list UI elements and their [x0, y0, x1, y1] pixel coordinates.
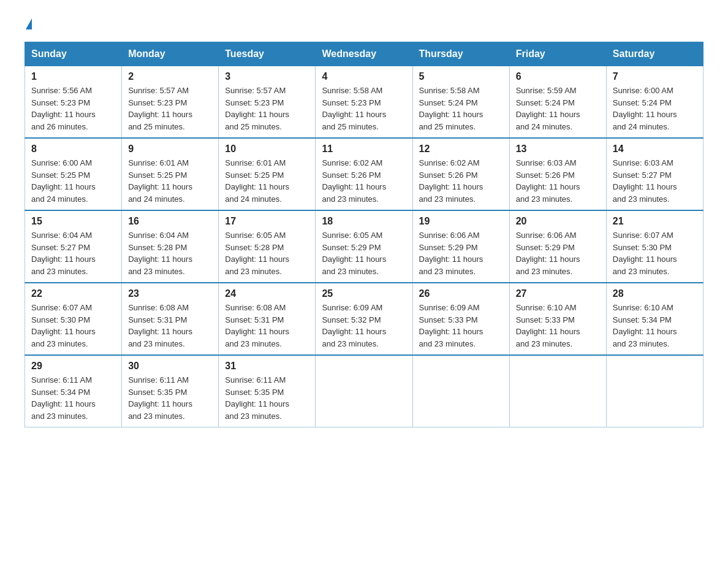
day-number: 27 — [516, 288, 600, 299]
calendar-week-row: 8Sunrise: 6:00 AMSunset: 5:25 PMDaylight… — [25, 138, 703, 210]
header-thursday: Thursday — [412, 42, 509, 66]
day-number: 14 — [613, 144, 697, 155]
day-number: 24 — [225, 288, 309, 299]
calendar-header-row: SundayMondayTuesdayWednesdayThursdayFrid… — [25, 42, 703, 66]
logo — [25, 18, 32, 29]
calendar-cell: 15Sunrise: 6:04 AMSunset: 5:27 PMDayligh… — [25, 210, 122, 283]
calendar-cell: 30Sunrise: 6:11 AMSunset: 5:35 PMDayligh… — [122, 355, 219, 427]
day-number: 19 — [419, 216, 503, 227]
calendar-cell — [606, 355, 703, 427]
day-info: Sunrise: 6:02 AMSunset: 5:26 PMDaylight:… — [419, 157, 503, 205]
day-number: 6 — [516, 71, 600, 82]
day-info: Sunrise: 6:05 AMSunset: 5:28 PMDaylight:… — [225, 229, 309, 277]
header-friday: Friday — [509, 42, 606, 66]
day-info: Sunrise: 6:10 AMSunset: 5:33 PMDaylight:… — [516, 302, 600, 350]
header-tuesday: Tuesday — [219, 42, 316, 66]
day-number: 23 — [128, 288, 212, 299]
calendar-cell: 20Sunrise: 6:06 AMSunset: 5:29 PMDayligh… — [509, 210, 606, 283]
day-info: Sunrise: 6:09 AMSunset: 5:32 PMDaylight:… — [322, 302, 406, 350]
day-number: 15 — [31, 216, 115, 227]
header-saturday: Saturday — [606, 42, 703, 66]
day-number: 2 — [128, 71, 212, 82]
page-header — [25, 18, 703, 29]
day-number: 5 — [419, 71, 503, 82]
day-info: Sunrise: 6:05 AMSunset: 5:29 PMDaylight:… — [322, 229, 406, 277]
day-number: 25 — [322, 288, 406, 299]
day-number: 30 — [128, 361, 212, 372]
calendar-cell: 22Sunrise: 6:07 AMSunset: 5:30 PMDayligh… — [25, 283, 122, 355]
day-info: Sunrise: 6:04 AMSunset: 5:28 PMDaylight:… — [128, 229, 212, 277]
calendar-cell: 11Sunrise: 6:02 AMSunset: 5:26 PMDayligh… — [316, 138, 412, 210]
day-number: 9 — [128, 144, 212, 155]
calendar-cell: 4Sunrise: 5:58 AMSunset: 5:23 PMDaylight… — [316, 66, 412, 139]
calendar-cell: 2Sunrise: 5:57 AMSunset: 5:23 PMDaylight… — [122, 66, 219, 139]
calendar-cell: 17Sunrise: 6:05 AMSunset: 5:28 PMDayligh… — [219, 210, 316, 283]
calendar-cell: 3Sunrise: 5:57 AMSunset: 5:23 PMDaylight… — [219, 66, 316, 139]
calendar-cell: 27Sunrise: 6:10 AMSunset: 5:33 PMDayligh… — [509, 283, 606, 355]
day-info: Sunrise: 6:01 AMSunset: 5:25 PMDaylight:… — [128, 157, 212, 205]
calendar-cell: 8Sunrise: 6:00 AMSunset: 5:25 PMDaylight… — [25, 138, 122, 210]
calendar-cell: 9Sunrise: 6:01 AMSunset: 5:25 PMDaylight… — [122, 138, 219, 210]
calendar-cell: 7Sunrise: 6:00 AMSunset: 5:24 PMDaylight… — [606, 66, 703, 139]
calendar-cell: 26Sunrise: 6:09 AMSunset: 5:33 PMDayligh… — [412, 283, 509, 355]
header-monday: Monday — [122, 42, 219, 66]
calendar-cell: 25Sunrise: 6:09 AMSunset: 5:32 PMDayligh… — [316, 283, 412, 355]
day-info: Sunrise: 6:08 AMSunset: 5:31 PMDaylight:… — [128, 302, 212, 350]
day-number: 16 — [128, 216, 212, 227]
day-number: 8 — [31, 144, 115, 155]
day-info: Sunrise: 5:57 AMSunset: 5:23 PMDaylight:… — [128, 85, 212, 132]
day-info: Sunrise: 6:11 AMSunset: 5:34 PMDaylight:… — [31, 374, 115, 422]
calendar-cell: 19Sunrise: 6:06 AMSunset: 5:29 PMDayligh… — [412, 210, 509, 283]
day-number: 21 — [613, 216, 697, 227]
calendar-week-row: 1Sunrise: 5:56 AMSunset: 5:23 PMDaylight… — [25, 66, 703, 139]
calendar-week-row: 29Sunrise: 6:11 AMSunset: 5:34 PMDayligh… — [25, 355, 703, 427]
day-info: Sunrise: 6:01 AMSunset: 5:25 PMDaylight:… — [225, 157, 309, 205]
calendar-table: SundayMondayTuesdayWednesdayThursdayFrid… — [25, 42, 703, 427]
day-info: Sunrise: 6:06 AMSunset: 5:29 PMDaylight:… — [419, 229, 503, 277]
calendar-cell: 18Sunrise: 6:05 AMSunset: 5:29 PMDayligh… — [316, 210, 412, 283]
calendar-cell: 10Sunrise: 6:01 AMSunset: 5:25 PMDayligh… — [219, 138, 316, 210]
header-wednesday: Wednesday — [316, 42, 412, 66]
logo-triangle-icon — [26, 18, 32, 29]
day-info: Sunrise: 5:58 AMSunset: 5:24 PMDaylight:… — [419, 85, 503, 132]
day-number: 20 — [516, 216, 600, 227]
header-sunday: Sunday — [25, 42, 122, 66]
day-info: Sunrise: 6:08 AMSunset: 5:31 PMDaylight:… — [225, 302, 309, 350]
calendar-cell: 21Sunrise: 6:07 AMSunset: 5:30 PMDayligh… — [606, 210, 703, 283]
day-info: Sunrise: 5:58 AMSunset: 5:23 PMDaylight:… — [322, 85, 406, 132]
calendar-cell: 14Sunrise: 6:03 AMSunset: 5:27 PMDayligh… — [606, 138, 703, 210]
day-number: 1 — [31, 71, 115, 82]
calendar-week-row: 15Sunrise: 6:04 AMSunset: 5:27 PMDayligh… — [25, 210, 703, 283]
day-info: Sunrise: 5:56 AMSunset: 5:23 PMDaylight:… — [31, 85, 115, 132]
calendar-cell: 6Sunrise: 5:59 AMSunset: 5:24 PMDaylight… — [509, 66, 606, 139]
calendar-cell — [316, 355, 412, 427]
day-info: Sunrise: 6:06 AMSunset: 5:29 PMDaylight:… — [516, 229, 600, 277]
calendar-cell — [509, 355, 606, 427]
day-info: Sunrise: 6:00 AMSunset: 5:24 PMDaylight:… — [613, 85, 697, 132]
day-info: Sunrise: 6:11 AMSunset: 5:35 PMDaylight:… — [128, 374, 212, 422]
calendar-cell: 1Sunrise: 5:56 AMSunset: 5:23 PMDaylight… — [25, 66, 122, 139]
day-info: Sunrise: 5:57 AMSunset: 5:23 PMDaylight:… — [225, 85, 309, 132]
day-info: Sunrise: 6:02 AMSunset: 5:26 PMDaylight:… — [322, 157, 406, 205]
day-info: Sunrise: 6:03 AMSunset: 5:27 PMDaylight:… — [613, 157, 697, 205]
day-number: 4 — [322, 71, 406, 82]
calendar-cell: 5Sunrise: 5:58 AMSunset: 5:24 PMDaylight… — [412, 66, 509, 139]
day-info: Sunrise: 6:10 AMSunset: 5:34 PMDaylight:… — [613, 302, 697, 350]
day-info: Sunrise: 6:07 AMSunset: 5:30 PMDaylight:… — [613, 229, 697, 277]
day-info: Sunrise: 6:04 AMSunset: 5:27 PMDaylight:… — [31, 229, 115, 277]
calendar-week-row: 22Sunrise: 6:07 AMSunset: 5:30 PMDayligh… — [25, 283, 703, 355]
day-number: 11 — [322, 144, 406, 155]
day-info: Sunrise: 6:03 AMSunset: 5:26 PMDaylight:… — [516, 157, 600, 205]
day-number: 28 — [613, 288, 697, 299]
calendar-cell: 29Sunrise: 6:11 AMSunset: 5:34 PMDayligh… — [25, 355, 122, 427]
day-number: 29 — [31, 361, 115, 372]
day-number: 7 — [613, 71, 697, 82]
day-info: Sunrise: 6:07 AMSunset: 5:30 PMDaylight:… — [31, 302, 115, 350]
calendar-cell: 12Sunrise: 6:02 AMSunset: 5:26 PMDayligh… — [412, 138, 509, 210]
calendar-cell: 24Sunrise: 6:08 AMSunset: 5:31 PMDayligh… — [219, 283, 316, 355]
day-number: 13 — [516, 144, 600, 155]
day-info: Sunrise: 6:11 AMSunset: 5:35 PMDaylight:… — [225, 374, 309, 422]
calendar-cell: 31Sunrise: 6:11 AMSunset: 5:35 PMDayligh… — [219, 355, 316, 427]
day-number: 22 — [31, 288, 115, 299]
day-number: 18 — [322, 216, 406, 227]
